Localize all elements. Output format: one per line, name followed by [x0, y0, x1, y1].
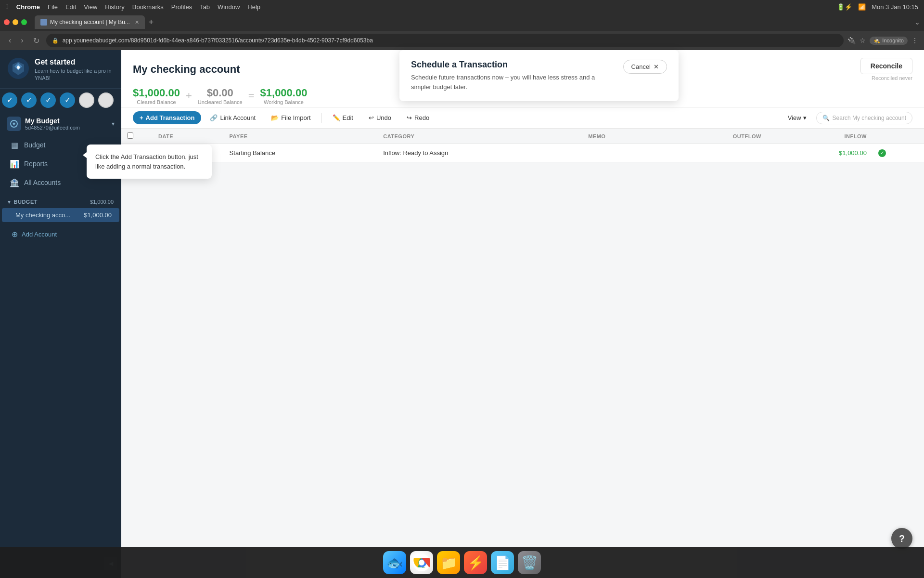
menu-file[interactable]: File: [48, 3, 58, 11]
schedule-cancel-button[interactable]: Cancel ✕: [623, 60, 667, 74]
edit-button[interactable]: ✏️ Edit: [326, 111, 360, 124]
tab-list-btn[interactable]: ⌄: [914, 18, 920, 26]
account-balance-checking: $1,000.00: [84, 211, 112, 219]
budget-collapse-icon: ▾: [8, 199, 11, 205]
menu-chrome[interactable]: Chrome: [16, 3, 40, 11]
star-btn[interactable]: ☆: [860, 37, 866, 44]
td-memo: [582, 144, 660, 162]
tab-title: My checking account | My Bu...: [50, 19, 130, 26]
budget-section-header[interactable]: ▾ BUDGET $1,000.00: [0, 196, 121, 208]
undo-icon: ↩: [369, 114, 374, 121]
battery-icon: 🔋⚡: [837, 3, 852, 11]
td-cleared-status[interactable]: ✓: [873, 144, 924, 162]
schedule-content: Schedule a Transaction Schedule future t…: [411, 60, 616, 92]
help-button[interactable]: ?: [891, 528, 912, 549]
reload-btn[interactable]: ↻: [30, 35, 42, 46]
add-transaction-tooltip: Click the Add Transaction button, just l…: [87, 144, 212, 179]
link-account-button[interactable]: 🔗 Link Account: [203, 111, 262, 124]
budget-icon: [7, 117, 21, 131]
account-item-checking[interactable]: My checking acco... $1,000.00: [2, 208, 119, 222]
dock-ynab-icon[interactable]: ⚡: [464, 551, 487, 574]
new-tab-btn[interactable]: +: [149, 17, 154, 27]
budget-nav-icon: ▦: [10, 141, 19, 150]
window-maximize[interactable]: [21, 19, 27, 25]
th-cleared: [873, 129, 924, 144]
menu-window[interactable]: Window: [218, 3, 240, 11]
extensions-btn[interactable]: 🔌: [847, 37, 856, 44]
menu-edit[interactable]: Edit: [65, 3, 76, 11]
th-outflow: OUTFLOW: [660, 129, 767, 144]
menu-help[interactable]: Help: [247, 3, 260, 11]
add-transaction-button[interactable]: + Add Transaction: [133, 111, 201, 124]
view-chevron-icon: ▾: [803, 114, 807, 121]
menu-profiles[interactable]: Profiles: [171, 3, 192, 11]
redo-button[interactable]: ↪ Redo: [400, 111, 436, 124]
cleared-balance-label: Cleared Balance: [133, 99, 180, 105]
get-started-subtitle: Learn how to budget like a pro in YNAB!: [35, 67, 114, 82]
onboarding-step-5[interactable]: [79, 92, 94, 108]
dock-finder-icon[interactable]: 🐟: [383, 551, 406, 574]
budget-chevron-icon: ▾: [112, 120, 115, 127]
menu-view[interactable]: View: [84, 3, 97, 11]
search-icon: 🔍: [822, 115, 830, 121]
url-field[interactable]: 🔒 app.youneedabudget.com/88d9501d-fd6b-4…: [46, 34, 844, 47]
onboarding-step-4[interactable]: ✓: [60, 92, 75, 108]
onboarding-step-2[interactable]: ✓: [21, 92, 37, 108]
dock-chrome-icon[interactable]: [410, 551, 433, 574]
onboarding-step-3[interactable]: ✓: [40, 92, 56, 108]
address-bar: ‹ › ↻ 🔒 app.youneedabudget.com/88d9501d-…: [0, 31, 924, 50]
window-close[interactable]: [4, 19, 10, 25]
redo-icon: ↪: [407, 114, 412, 121]
cleared-indicator: ✓: [878, 149, 886, 157]
menu-bookmarks[interactable]: Bookmarks: [132, 3, 164, 11]
account-title: My checking account: [133, 63, 240, 76]
reconciled-note: Reconciled never: [872, 75, 912, 81]
undo-button[interactable]: ↩ Undo: [362, 111, 398, 124]
apple-menu[interactable]: : [6, 2, 9, 11]
dock-trash-icon[interactable]: 🗑️: [518, 551, 541, 574]
budget-selector[interactable]: My Budget 5d485270@uifeed.com ▾: [0, 112, 121, 136]
macos-dock: 🐟 📁 ⚡ 📄 🗑️: [0, 547, 924, 578]
svg-point-1: [17, 66, 20, 69]
tab-close-btn[interactable]: ✕: [135, 19, 139, 26]
forward-btn[interactable]: ›: [18, 35, 26, 46]
th-memo: MEMO: [582, 129, 660, 144]
sidebar-item-reports-label: Reports: [24, 160, 48, 168]
svg-point-5: [419, 560, 424, 565]
account-name-checking: My checking acco...: [15, 211, 70, 219]
toolbar-separator-1: [321, 113, 322, 123]
schedule-title: Schedule a Transaction: [411, 60, 616, 70]
onboarding-circles: ✓ ✓ ✓ ✓: [0, 89, 121, 112]
onboarding-step-6[interactable]: [98, 92, 114, 108]
td-category: Inflow: Ready to Assign: [377, 144, 582, 162]
link-icon: 🔗: [210, 114, 218, 121]
back-btn[interactable]: ‹: [6, 35, 14, 46]
view-button[interactable]: View ▾: [782, 111, 812, 124]
datetime: Mon 3 Jan 10:15: [872, 3, 918, 11]
add-account-button[interactable]: ⊕ Add Account: [0, 226, 121, 243]
menu-btn[interactable]: ⋮: [911, 37, 918, 44]
uncleared-balance-label: Uncleared Balance: [198, 99, 243, 105]
working-balance-amount: $1,000.00: [260, 87, 308, 99]
onboarding-step-1[interactable]: ✓: [2, 92, 17, 108]
th-flag: [139, 129, 153, 144]
search-field[interactable]: 🔍 Search My checking account: [816, 112, 912, 124]
select-all-checkbox[interactable]: [127, 132, 133, 139]
reconcile-button[interactable]: Reconcile: [860, 58, 912, 74]
toolbar: + Add Transaction 🔗 Link Account 📂 File …: [121, 107, 924, 129]
active-tab[interactable]: My checking account | My Bu... ✕: [35, 15, 145, 29]
working-balance-label: Working Balance: [260, 99, 308, 105]
dock-files-icon[interactable]: 📁: [437, 551, 460, 574]
table-row[interactable]: Starting Balance Inflow: Ready to Assign…: [121, 144, 924, 162]
add-account-label: Add Account: [22, 231, 57, 238]
url-text: app.youneedabudget.com/88d9501d-fd6b-44e…: [63, 37, 373, 44]
search-placeholder-text: Search My checking account: [833, 115, 906, 121]
window-minimize[interactable]: [13, 19, 18, 25]
dock-notes-icon[interactable]: 📄: [491, 551, 514, 574]
wifi-icon: 📶: [858, 3, 866, 11]
menu-history[interactable]: History: [105, 3, 124, 11]
add-icon: +: [140, 114, 143, 121]
file-import-button[interactable]: 📂 File Import: [264, 111, 317, 124]
menu-tab[interactable]: Tab: [200, 3, 210, 11]
th-date: DATE: [153, 129, 224, 144]
